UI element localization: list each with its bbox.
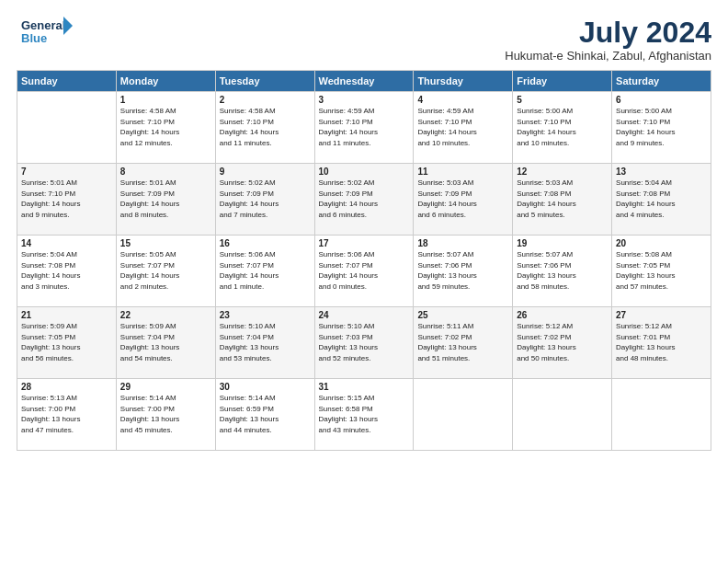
day-info: Sunrise: 5:15 AM Sunset: 6:58 PM Dayligh… [319, 393, 410, 435]
table-row: 17Sunrise: 5:06 AM Sunset: 7:07 PM Dayli… [314, 236, 414, 307]
logo-icon: GeneralBlue [17, 17, 81, 49]
col-saturday: Saturday [612, 71, 711, 92]
day-number: 13 [616, 167, 707, 177]
day-info: Sunrise: 5:02 AM Sunset: 7:09 PM Dayligh… [319, 178, 410, 220]
table-row: 9Sunrise: 5:02 AM Sunset: 7:09 PM Daylig… [215, 164, 314, 236]
logo: GeneralBlue [17, 17, 84, 49]
calendar-week-row: 14Sunrise: 5:04 AM Sunset: 7:08 PM Dayli… [17, 236, 711, 307]
title-area: July 2024 Hukumat-e Shinkai, Zabul, Afgh… [505, 17, 711, 63]
day-number: 21 [21, 310, 112, 320]
day-info: Sunrise: 5:04 AM Sunset: 7:08 PM Dayligh… [21, 249, 112, 292]
day-info: Sunrise: 5:10 AM Sunset: 7:03 PM Dayligh… [319, 321, 410, 363]
col-wednesday: Wednesday [314, 71, 414, 92]
day-info: Sunrise: 5:08 AM Sunset: 7:05 PM Dayligh… [616, 249, 707, 292]
day-number: 7 [21, 167, 112, 177]
day-info: Sunrise: 5:01 AM Sunset: 7:10 PM Dayligh… [21, 178, 112, 220]
calendar-table: Sunday Monday Tuesday Wednesday Thursday… [17, 70, 711, 451]
table-row: 28Sunrise: 5:13 AM Sunset: 7:00 PM Dayli… [17, 379, 117, 451]
day-info: Sunrise: 5:01 AM Sunset: 7:09 PM Dayligh… [120, 178, 211, 220]
day-number: 28 [21, 382, 112, 392]
table-row: 21Sunrise: 5:09 AM Sunset: 7:05 PM Dayli… [17, 307, 117, 379]
table-row: 22Sunrise: 5:09 AM Sunset: 7:04 PM Dayli… [116, 307, 215, 379]
day-number: 10 [319, 167, 410, 177]
day-info: Sunrise: 5:07 AM Sunset: 7:06 PM Dayligh… [517, 249, 608, 292]
day-info: Sunrise: 4:58 AM Sunset: 7:10 PM Dayligh… [220, 106, 311, 148]
table-row: 31Sunrise: 5:15 AM Sunset: 6:58 PM Dayli… [314, 379, 414, 451]
day-info: Sunrise: 5:10 AM Sunset: 7:04 PM Dayligh… [220, 321, 311, 363]
day-info: Sunrise: 5:09 AM Sunset: 7:04 PM Dayligh… [120, 321, 211, 363]
day-number: 26 [517, 310, 608, 320]
table-row: 11Sunrise: 5:03 AM Sunset: 7:09 PM Dayli… [414, 164, 513, 236]
day-info: Sunrise: 5:12 AM Sunset: 7:02 PM Dayligh… [517, 321, 608, 363]
day-number: 31 [319, 382, 410, 392]
day-number: 2 [220, 95, 311, 105]
table-row [612, 379, 711, 451]
header: GeneralBlue July 2024 Hukumat-e Shinkai,… [17, 17, 711, 63]
svg-text:General: General [21, 18, 65, 32]
table-row: 20Sunrise: 5:08 AM Sunset: 7:05 PM Dayli… [612, 236, 711, 307]
day-info: Sunrise: 5:06 AM Sunset: 7:07 PM Dayligh… [319, 249, 410, 292]
table-row: 30Sunrise: 5:14 AM Sunset: 6:59 PM Dayli… [215, 379, 314, 451]
day-info: Sunrise: 5:14 AM Sunset: 6:59 PM Dayligh… [220, 393, 311, 435]
day-number: 23 [220, 310, 311, 320]
day-info: Sunrise: 5:00 AM Sunset: 7:10 PM Dayligh… [616, 106, 707, 148]
day-number: 11 [417, 167, 508, 177]
col-sunday: Sunday [17, 71, 117, 92]
day-number: 5 [517, 95, 608, 105]
day-number: 8 [120, 167, 211, 177]
day-number: 3 [319, 95, 410, 105]
table-row [513, 379, 612, 451]
day-number: 27 [616, 310, 707, 320]
table-row: 24Sunrise: 5:10 AM Sunset: 7:03 PM Dayli… [314, 307, 414, 379]
table-row: 2Sunrise: 4:58 AM Sunset: 7:10 PM Daylig… [215, 92, 314, 164]
day-info: Sunrise: 5:13 AM Sunset: 7:00 PM Dayligh… [21, 393, 112, 435]
day-number: 1 [120, 95, 211, 105]
day-number: 6 [616, 95, 707, 105]
table-row: 23Sunrise: 5:10 AM Sunset: 7:04 PM Dayli… [215, 307, 314, 379]
table-row: 5Sunrise: 5:00 AM Sunset: 7:10 PM Daylig… [513, 92, 612, 164]
day-info: Sunrise: 5:00 AM Sunset: 7:10 PM Dayligh… [517, 106, 608, 148]
svg-marker-2 [63, 17, 73, 35]
day-number: 16 [220, 238, 311, 248]
table-row [414, 379, 513, 451]
col-thursday: Thursday [414, 71, 513, 92]
table-row [17, 92, 117, 164]
table-row: 7Sunrise: 5:01 AM Sunset: 7:10 PM Daylig… [17, 164, 117, 236]
day-number: 12 [517, 167, 608, 177]
day-info: Sunrise: 4:59 AM Sunset: 7:10 PM Dayligh… [319, 106, 410, 148]
table-row: 4Sunrise: 4:59 AM Sunset: 7:10 PM Daylig… [414, 92, 513, 164]
table-row: 26Sunrise: 5:12 AM Sunset: 7:02 PM Dayli… [513, 307, 612, 379]
svg-text:Blue: Blue [21, 31, 47, 45]
col-tuesday: Tuesday [215, 71, 314, 92]
location-subtitle: Hukumat-e Shinkai, Zabul, Afghanistan [505, 49, 711, 63]
day-info: Sunrise: 5:11 AM Sunset: 7:02 PM Dayligh… [417, 321, 508, 363]
table-row: 29Sunrise: 5:14 AM Sunset: 7:00 PM Dayli… [116, 379, 215, 451]
day-info: Sunrise: 5:09 AM Sunset: 7:05 PM Dayligh… [21, 321, 112, 363]
day-number: 17 [319, 238, 410, 248]
day-number: 4 [417, 95, 508, 105]
table-row: 1Sunrise: 4:58 AM Sunset: 7:10 PM Daylig… [116, 92, 215, 164]
calendar-week-row: 1Sunrise: 4:58 AM Sunset: 7:10 PM Daylig… [17, 92, 711, 164]
month-title: July 2024 [505, 17, 711, 49]
day-info: Sunrise: 5:04 AM Sunset: 7:08 PM Dayligh… [616, 178, 707, 220]
calendar-week-row: 7Sunrise: 5:01 AM Sunset: 7:10 PM Daylig… [17, 164, 711, 236]
col-monday: Monday [116, 71, 215, 92]
day-info: Sunrise: 5:07 AM Sunset: 7:06 PM Dayligh… [417, 249, 508, 292]
calendar-week-row: 21Sunrise: 5:09 AM Sunset: 7:05 PM Dayli… [17, 307, 711, 379]
day-number: 9 [220, 167, 311, 177]
day-info: Sunrise: 5:03 AM Sunset: 7:08 PM Dayligh… [517, 178, 608, 220]
day-info: Sunrise: 5:14 AM Sunset: 7:00 PM Dayligh… [120, 393, 211, 435]
day-info: Sunrise: 5:12 AM Sunset: 7:01 PM Dayligh… [616, 321, 707, 363]
table-row: 27Sunrise: 5:12 AM Sunset: 7:01 PM Dayli… [612, 307, 711, 379]
day-number: 24 [319, 310, 410, 320]
day-number: 20 [616, 238, 707, 248]
calendar-page: GeneralBlue July 2024 Hukumat-e Shinkai,… [0, 0, 728, 563]
day-info: Sunrise: 5:02 AM Sunset: 7:09 PM Dayligh… [220, 178, 311, 220]
day-info: Sunrise: 5:06 AM Sunset: 7:07 PM Dayligh… [220, 249, 311, 292]
table-row: 6Sunrise: 5:00 AM Sunset: 7:10 PM Daylig… [612, 92, 711, 164]
day-number: 29 [120, 382, 211, 392]
day-number: 22 [120, 310, 211, 320]
day-number: 18 [417, 238, 508, 248]
day-number: 25 [417, 310, 508, 320]
day-info: Sunrise: 4:59 AM Sunset: 7:10 PM Dayligh… [417, 106, 508, 148]
